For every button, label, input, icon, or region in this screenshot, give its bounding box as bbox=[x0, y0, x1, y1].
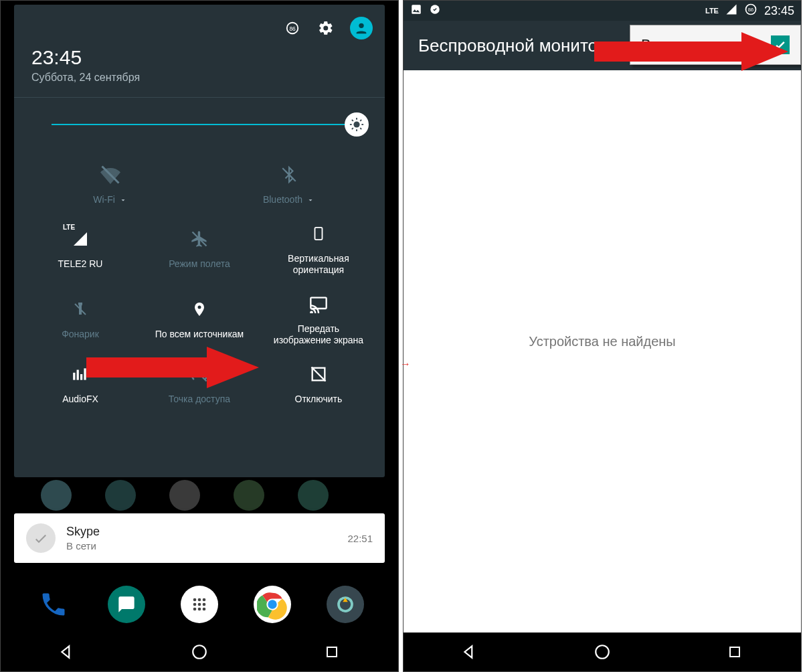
notification-status: В сети bbox=[66, 540, 100, 552]
tile-cast-label: Передать изображение экрана bbox=[274, 323, 363, 347]
notification-skype[interactable]: Skype В сети 22:51 bbox=[14, 513, 385, 563]
qs-header: 86 bbox=[14, 5, 385, 39]
tile-location-label: По всем источникам bbox=[155, 329, 244, 341]
svg-point-40 bbox=[193, 645, 206, 659]
camera-app-icon[interactable] bbox=[327, 586, 364, 623]
tile-cellular-label: TELE2 RU bbox=[58, 258, 103, 270]
tile-cellular[interactable]: LTE TELE2 RU bbox=[21, 214, 140, 284]
bluetooth-off-icon bbox=[276, 163, 302, 186]
status-signal-icon bbox=[725, 3, 737, 18]
separator-arrow-icon: → bbox=[400, 358, 411, 370]
clock-block: 23:45 Суббота, 24 сентября bbox=[14, 39, 385, 93]
notification-text: Skype В сети bbox=[66, 525, 100, 552]
svg-rect-15 bbox=[315, 227, 322, 239]
svg-point-36 bbox=[203, 608, 206, 611]
airplane-off-icon bbox=[186, 228, 213, 250]
hotspot-off-icon bbox=[186, 363, 213, 386]
notification-time: 22:51 bbox=[347, 533, 373, 544]
profile-avatar-icon[interactable] bbox=[350, 17, 373, 39]
clock-date: Суббота, 24 сентября bbox=[31, 72, 367, 84]
tile-audiofx[interactable]: AudioFX bbox=[21, 355, 140, 414]
nav-home-icon[interactable] bbox=[189, 642, 209, 662]
tile-hotspot[interactable]: Точка доступа bbox=[140, 355, 259, 414]
svg-point-32 bbox=[198, 603, 201, 606]
svg-rect-22 bbox=[84, 368, 86, 380]
tile-disconnect-label: Отключить bbox=[295, 394, 343, 406]
messages-app-icon[interactable] bbox=[108, 586, 145, 623]
enable-toggle-box[interactable]: Включить bbox=[630, 25, 801, 65]
status-time: 23:45 bbox=[764, 4, 794, 18]
nav-bar bbox=[1, 633, 398, 671]
nav-home-icon[interactable] bbox=[592, 642, 612, 662]
settings-gear-icon[interactable] bbox=[317, 19, 335, 37]
chrome-app-icon[interactable] bbox=[254, 586, 291, 623]
home-dock bbox=[1, 576, 398, 633]
svg-rect-47 bbox=[730, 647, 739, 657]
svg-rect-41 bbox=[327, 647, 337, 657]
svg-rect-21 bbox=[80, 374, 82, 380]
tile-disconnect[interactable]: Отключить bbox=[259, 355, 378, 414]
location-icon bbox=[186, 298, 213, 321]
cast-icon bbox=[305, 292, 332, 315]
nav-recent-icon[interactable] bbox=[322, 642, 342, 662]
svg-text:86: 86 bbox=[289, 26, 296, 32]
tile-flashlight-label: Фонарик bbox=[62, 329, 99, 341]
enable-checkbox[interactable] bbox=[771, 35, 790, 54]
tile-bluetooth-label: Bluetooth bbox=[263, 194, 315, 206]
battery-badge-icon: 86 bbox=[283, 19, 302, 37]
svg-point-46 bbox=[596, 645, 609, 659]
equalizer-icon bbox=[67, 363, 94, 386]
tile-airplane-label: Режим полета bbox=[169, 258, 230, 270]
svg-point-18 bbox=[310, 311, 312, 313]
tile-wifi-label: Wi-Fi bbox=[93, 194, 127, 206]
status-bar: LTE 86 23:45 bbox=[404, 1, 801, 21]
svg-point-35 bbox=[198, 608, 201, 611]
svg-point-30 bbox=[203, 598, 206, 602]
enable-label: Включить bbox=[641, 36, 707, 54]
portrait-icon bbox=[305, 222, 332, 245]
tile-airplane[interactable]: Режим полета bbox=[140, 214, 259, 284]
svg-point-31 bbox=[193, 603, 197, 606]
tile-cast[interactable]: Передать изображение экрана bbox=[259, 284, 378, 355]
svg-line-26 bbox=[311, 367, 325, 381]
wifi-off-icon bbox=[97, 163, 124, 186]
svg-point-3 bbox=[353, 121, 359, 127]
nav-back-icon[interactable] bbox=[460, 642, 480, 662]
signal-icon: LTE bbox=[67, 228, 94, 250]
status-battery-icon: 86 bbox=[744, 3, 757, 19]
quick-settings-panel: 86 23:45 Суббота, 24 сентября bbox=[14, 5, 385, 477]
app-drawer-icon[interactable] bbox=[181, 586, 218, 623]
home-preview-row bbox=[1, 479, 398, 512]
tile-rotation[interactable]: Вертикальная ориентация bbox=[259, 214, 378, 284]
clock-time: 23:45 bbox=[31, 46, 367, 69]
svg-line-10 bbox=[352, 128, 353, 129]
svg-point-38 bbox=[268, 600, 276, 608]
tile-flashlight[interactable]: Фонарик bbox=[21, 284, 140, 355]
brightness-slider[interactable] bbox=[14, 98, 385, 151]
nav-back-icon[interactable] bbox=[57, 642, 77, 662]
svg-rect-17 bbox=[310, 297, 326, 308]
no-sim-icon bbox=[305, 363, 332, 386]
tile-audiofx-label: AudioFX bbox=[62, 394, 98, 406]
svg-point-33 bbox=[203, 603, 206, 606]
svg-rect-19 bbox=[73, 372, 75, 380]
svg-line-8 bbox=[352, 120, 353, 121]
svg-rect-20 bbox=[77, 369, 79, 380]
status-lte: LTE bbox=[705, 7, 719, 15]
phone-app-icon[interactable] bbox=[35, 586, 72, 623]
status-picture-icon bbox=[410, 3, 422, 18]
qs-tiles-grid: Wi-Fi Bluetooth LTE bbox=[14, 151, 385, 425]
svg-line-9 bbox=[360, 128, 361, 129]
tile-hotspot-label: Точка доступа bbox=[169, 394, 230, 406]
nav-recent-icon[interactable] bbox=[725, 642, 745, 662]
skype-icon bbox=[26, 523, 56, 553]
svg-point-2 bbox=[359, 23, 363, 28]
svg-point-29 bbox=[198, 598, 201, 602]
notification-title: Skype bbox=[66, 525, 100, 539]
svg-rect-42 bbox=[412, 5, 421, 14]
brightness-knob-icon[interactable] bbox=[345, 112, 369, 137]
tile-bluetooth[interactable]: Bluetooth bbox=[199, 155, 378, 214]
tile-location[interactable]: По всем источникам bbox=[140, 284, 259, 355]
svg-line-11 bbox=[360, 120, 361, 121]
tile-wifi[interactable]: Wi-Fi bbox=[21, 155, 199, 214]
